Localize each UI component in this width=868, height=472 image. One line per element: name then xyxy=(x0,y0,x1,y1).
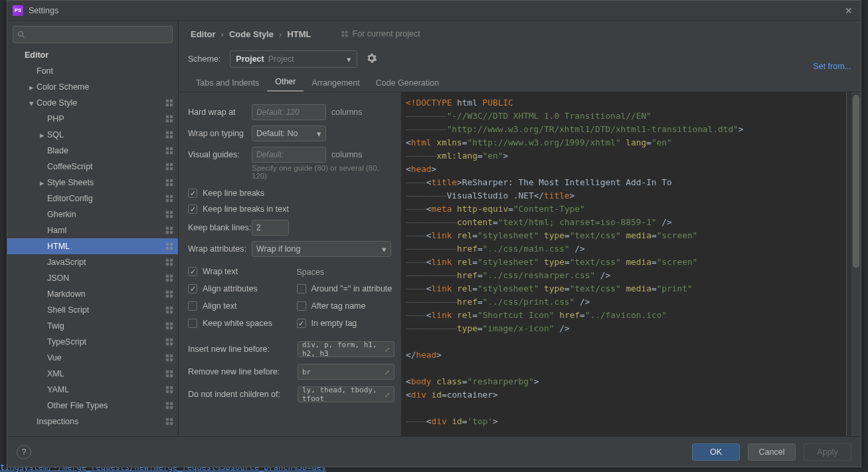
tree-item-html[interactable]: HTML xyxy=(7,238,178,254)
subtabs: Tabs and Indents Other Arrangement Code … xyxy=(179,71,861,92)
settings-tree[interactable]: Editor Font▸Color Scheme▾Code StylePHP▸S… xyxy=(7,47,178,436)
tree-item-coffeescript[interactable]: CoffeeScript xyxy=(7,159,178,175)
preview-scrollbar[interactable] xyxy=(851,92,861,436)
remove-before-input[interactable]: br⤢ xyxy=(298,364,394,380)
wrap-typing-dropdown[interactable]: Default: No▾ xyxy=(252,125,326,141)
tree-item-markdown[interactable]: Markdown xyxy=(7,286,178,302)
keep-line-breaks-row[interactable]: Keep line breaks xyxy=(188,185,394,201)
svg-rect-85 xyxy=(170,422,173,425)
tree-item-inspections[interactable]: Inspections xyxy=(7,414,178,430)
around-eq-checkbox[interactable] xyxy=(297,284,306,293)
breadcrumb-c: HTML xyxy=(284,29,313,39)
apply-button[interactable]: Apply xyxy=(804,443,851,461)
tab-tabs-and-indents[interactable]: Tabs and Indents xyxy=(188,74,267,92)
tree-item-haml[interactable]: Haml xyxy=(7,222,178,238)
tree-item-other-file-types[interactable]: Other File Types xyxy=(7,398,178,414)
tree-item-twig[interactable]: Twig xyxy=(7,318,178,334)
tree-item-yaml[interactable]: YAML xyxy=(7,382,178,398)
tree-item-font[interactable]: Font xyxy=(7,63,178,79)
expand-icon[interactable]: ⤢ xyxy=(385,391,390,398)
scheme-settings-gear[interactable] xyxy=(367,53,377,65)
tree-item-javascript[interactable]: JavaScript xyxy=(7,254,178,270)
project-scope-icon xyxy=(165,274,174,283)
keep-white-row[interactable]: Keep white spaces xyxy=(188,315,286,331)
keep-line-breaks-text-checkbox[interactable] xyxy=(188,204,197,214)
tree-item-label: EditorConfig xyxy=(47,194,161,203)
svg-rect-5 xyxy=(170,104,173,106)
chevron-right-icon: ▸ xyxy=(38,131,46,139)
svg-rect-11 xyxy=(170,131,173,134)
tree-item-label: YAML xyxy=(47,385,161,394)
help-button[interactable]: ? xyxy=(17,445,31,459)
insert-before-input[interactable]: div, p, form, h1, h2, h3⤢ xyxy=(298,341,394,357)
tree-item-label: TypeScript xyxy=(47,337,161,347)
project-scope-icon xyxy=(165,210,174,219)
around-eq-row[interactable]: Around "=" in attribute xyxy=(297,281,395,297)
wrap-text-checkbox[interactable] xyxy=(188,267,197,276)
wrap-attrs-dropdown[interactable]: Wrap if long▾ xyxy=(252,241,391,257)
keep-blank-input[interactable] xyxy=(252,220,289,236)
tree-item-php[interactable]: PHP xyxy=(7,111,178,127)
svg-rect-22 xyxy=(166,179,169,182)
in-empty-checkbox[interactable] xyxy=(297,319,306,328)
search-input[interactable] xyxy=(28,30,168,39)
svg-rect-16 xyxy=(166,151,169,154)
in-empty-row[interactable]: In empty tag xyxy=(297,315,395,331)
keep-white-checkbox[interactable] xyxy=(188,319,197,328)
tree-item-json[interactable]: JSON xyxy=(7,270,178,286)
ok-button[interactable]: OK xyxy=(692,443,740,461)
align-attrs-checkbox[interactable] xyxy=(188,284,197,293)
project-scope-icon xyxy=(165,385,174,394)
tree-item-color-scheme[interactable]: ▸Color Scheme xyxy=(7,79,178,95)
tab-code-generation[interactable]: Code Generation xyxy=(368,74,447,92)
set-from-link[interactable]: Set from... xyxy=(813,62,851,71)
tree-item-xml[interactable]: XML xyxy=(7,366,178,382)
tree-item-gherkin[interactable]: Gherkin xyxy=(7,206,178,222)
tree-item-shell-script[interactable]: Shell Script xyxy=(7,302,178,318)
svg-rect-13 xyxy=(170,135,173,138)
svg-line-1 xyxy=(23,36,25,38)
svg-rect-75 xyxy=(170,386,173,389)
chevron-right-icon: ▸ xyxy=(38,179,46,187)
tree-item-vue[interactable]: Vue xyxy=(7,350,178,366)
project-scope-icon xyxy=(165,353,174,362)
cancel-button[interactable]: Cancel xyxy=(748,443,796,461)
tab-arrangement[interactable]: Arrangement xyxy=(304,74,367,92)
tree-item-label: PHP xyxy=(47,114,161,123)
keep-line-breaks-checkbox[interactable] xyxy=(188,189,197,198)
scheme-label: Scheme: xyxy=(188,54,220,64)
svg-rect-28 xyxy=(166,199,169,202)
keep-line-breaks-text-row[interactable]: Keep line breaks in text xyxy=(188,201,394,217)
align-text-checkbox[interactable] xyxy=(188,301,197,311)
tree-item-editorconfig[interactable]: EditorConfig xyxy=(7,191,178,206)
visual-guides-input[interactable] xyxy=(252,147,326,163)
tree-item-typescript[interactable]: TypeScript xyxy=(7,334,178,350)
tree-item-code-style[interactable]: ▾Code Style xyxy=(7,95,178,111)
svg-rect-87 xyxy=(345,31,347,34)
scheme-combobox[interactable]: Project Project ▾ xyxy=(230,50,357,68)
after-tag-row[interactable]: After tag name xyxy=(297,298,395,314)
no-indent-input[interactable]: ly, thead, tbody, tfoot⤢ xyxy=(298,386,394,402)
wrap-text-row[interactable]: Wrap text xyxy=(188,264,286,279)
tree-item-blade[interactable]: Blade xyxy=(7,143,178,159)
svg-rect-48 xyxy=(166,279,169,281)
hard-wrap-input[interactable] xyxy=(252,104,326,120)
tree-header-editor[interactable]: Editor xyxy=(7,47,178,63)
close-button[interactable]: ✕ xyxy=(842,4,855,17)
scrollbar-thumb[interactable] xyxy=(853,95,859,268)
tab-other[interactable]: Other xyxy=(267,73,304,92)
expand-icon[interactable]: ⤢ xyxy=(385,368,390,376)
sidebar: Editor Font▸Color Scheme▾Code StylePHP▸S… xyxy=(7,21,179,436)
tree-item-sql[interactable]: ▸SQL xyxy=(7,127,178,143)
svg-rect-73 xyxy=(170,374,173,377)
search-box[interactable] xyxy=(13,26,173,43)
expand-icon[interactable]: ⤢ xyxy=(385,346,390,353)
svg-rect-83 xyxy=(170,418,173,421)
svg-rect-76 xyxy=(166,390,169,393)
tree-item-style-sheets[interactable]: ▸Style Sheets xyxy=(7,175,178,191)
align-attrs-row[interactable]: Align attributes xyxy=(188,281,286,297)
after-tag-checkbox[interactable] xyxy=(297,301,306,311)
svg-rect-84 xyxy=(166,422,169,425)
align-text-row[interactable]: Align text xyxy=(188,298,286,314)
svg-rect-62 xyxy=(166,339,169,341)
